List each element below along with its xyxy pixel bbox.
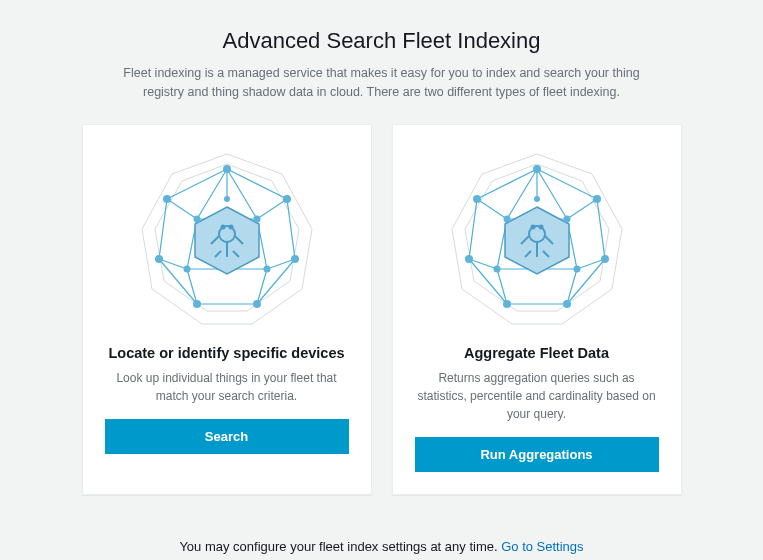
page-header: Advanced Search Fleet Indexing Fleet ind… — [40, 28, 723, 102]
svg-point-80 — [473, 195, 481, 203]
svg-point-42 — [224, 196, 230, 202]
svg-line-46 — [597, 199, 605, 259]
card-search: Locate or identify specific devices Look… — [82, 124, 372, 495]
svg-point-31 — [223, 165, 231, 173]
svg-point-82 — [503, 215, 510, 222]
svg-marker-65 — [505, 207, 569, 274]
fleet-network-icon — [437, 139, 637, 339]
card-aggregate: Aggregate Fleet Data Returns aggregation… — [392, 124, 682, 495]
svg-point-83 — [573, 265, 580, 272]
svg-point-78 — [503, 300, 511, 308]
svg-point-40 — [263, 265, 270, 272]
card-search-title: Locate or identify specific devices — [108, 345, 344, 361]
svg-point-74 — [533, 165, 541, 173]
svg-point-85 — [534, 196, 540, 202]
svg-point-79 — [465, 255, 473, 263]
svg-point-38 — [253, 215, 260, 222]
svg-point-29 — [221, 225, 224, 228]
page-container: Advanced Search Fleet Indexing Fleet ind… — [0, 0, 763, 554]
card-aggregate-title: Aggregate Fleet Data — [464, 345, 609, 361]
cards-row: Locate or identify specific devices Look… — [40, 124, 723, 495]
run-aggregations-button[interactable]: Run Aggregations — [415, 437, 659, 472]
svg-point-41 — [183, 265, 190, 272]
page-subtitle: Fleet indexing is a managed service that… — [102, 64, 662, 102]
svg-line-12 — [167, 199, 197, 219]
footer: You may configure your fleet index setti… — [40, 539, 723, 554]
svg-point-77 — [563, 300, 571, 308]
svg-point-84 — [493, 265, 500, 272]
page-title: Advanced Search Fleet Indexing — [40, 28, 723, 54]
svg-line-3 — [287, 199, 295, 259]
footer-text: You may configure your fleet index setti… — [179, 539, 501, 554]
svg-point-81 — [563, 215, 570, 222]
svg-point-34 — [253, 300, 261, 308]
svg-point-35 — [193, 300, 201, 308]
svg-point-32 — [283, 195, 291, 203]
card-search-desc: Look up individual things in your fleet … — [105, 369, 349, 405]
svg-point-72 — [531, 225, 534, 228]
go-to-settings-link[interactable]: Go to Settings — [501, 539, 583, 554]
search-button[interactable]: Search — [105, 419, 349, 454]
svg-line-50 — [469, 199, 477, 259]
svg-point-36 — [155, 255, 163, 263]
svg-point-39 — [193, 215, 200, 222]
svg-line-7 — [159, 199, 167, 259]
fleet-network-icon — [127, 139, 327, 339]
card-aggregate-desc: Returns aggregation queries such as stat… — [415, 369, 659, 423]
svg-point-37 — [163, 195, 171, 203]
svg-line-11 — [257, 199, 287, 219]
svg-point-73 — [539, 225, 542, 228]
svg-line-54 — [567, 199, 597, 219]
svg-point-33 — [291, 255, 299, 263]
svg-line-55 — [477, 199, 507, 219]
svg-marker-22 — [195, 207, 259, 274]
svg-point-30 — [229, 225, 232, 228]
svg-point-75 — [593, 195, 601, 203]
svg-point-76 — [601, 255, 609, 263]
